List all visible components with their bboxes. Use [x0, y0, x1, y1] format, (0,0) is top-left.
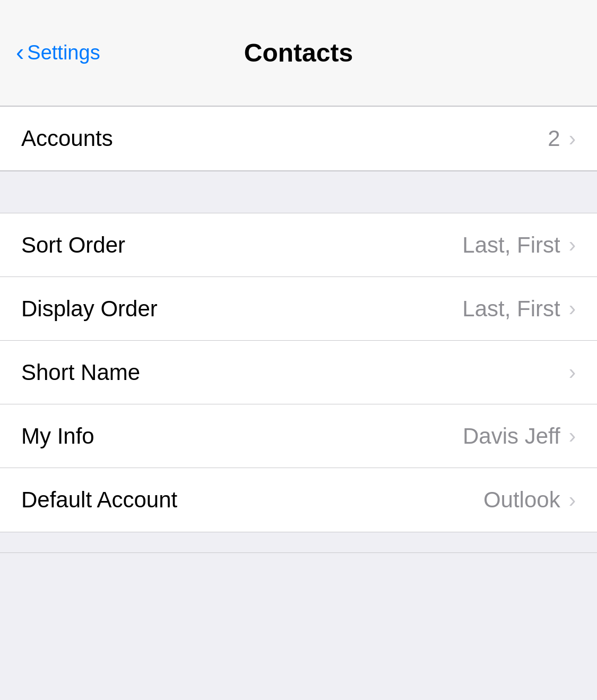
accounts-value: 2 [548, 126, 560, 151]
display-order-label: Display Order [21, 296, 158, 322]
my-info-value: Davis Jeff [463, 424, 560, 449]
sort-order-value: Last, First [462, 232, 560, 258]
short-name-label: Short Name [21, 360, 140, 385]
short-name-right: › [560, 360, 576, 384]
my-info-chevron-icon: › [569, 424, 576, 448]
default-account-right: Outlook › [483, 487, 576, 513]
short-name-chevron-icon: › [569, 360, 576, 384]
sort-order-chevron-icon: › [569, 233, 576, 257]
accounts-right: 2 › [548, 126, 576, 151]
back-chevron-icon: ‹ [16, 40, 24, 64]
settings-section: Sort Order Last, First › Display Order L… [0, 213, 597, 532]
bottom-separator [0, 532, 597, 553]
my-info-row[interactable]: My Info Davis Jeff › [0, 404, 597, 468]
page-title: Contacts [244, 38, 353, 67]
my-info-right: Davis Jeff › [463, 424, 576, 449]
sort-order-row[interactable]: Sort Order Last, First › [0, 213, 597, 277]
accounts-row[interactable]: Accounts 2 › [0, 107, 597, 170]
default-account-value: Outlook [483, 487, 560, 513]
sort-order-label: Sort Order [21, 232, 125, 258]
section-separator [0, 171, 597, 213]
accounts-chevron-icon: › [569, 127, 576, 151]
navigation-bar: ‹ Settings Contacts [0, 0, 597, 106]
default-account-label: Default Account [21, 487, 177, 513]
accounts-label: Accounts [21, 126, 113, 151]
display-order-row[interactable]: Display Order Last, First › [0, 277, 597, 341]
my-info-label: My Info [21, 424, 94, 449]
back-label: Settings [27, 41, 100, 64]
short-name-row[interactable]: Short Name › [0, 341, 597, 404]
sort-order-right: Last, First › [462, 232, 576, 258]
display-order-value: Last, First [462, 296, 560, 322]
default-account-chevron-icon: › [569, 488, 576, 512]
display-order-chevron-icon: › [569, 297, 576, 321]
display-order-right: Last, First › [462, 296, 576, 322]
accounts-section: Accounts 2 › [0, 106, 597, 171]
default-account-row[interactable]: Default Account Outlook › [0, 468, 597, 532]
back-button[interactable]: ‹ Settings [16, 41, 100, 64]
